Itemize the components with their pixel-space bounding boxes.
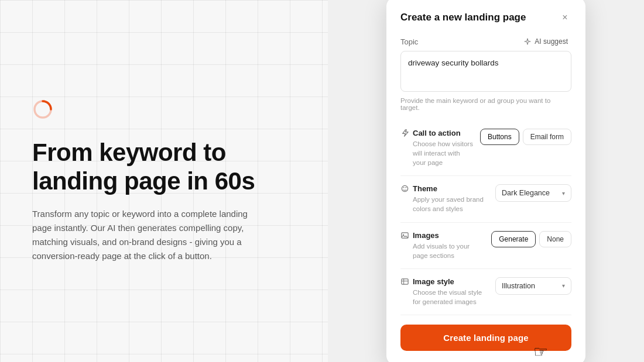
modal-title: Create a new landing page [400, 12, 526, 23]
hero-title: From keyword to landing page in 60s [32, 139, 296, 195]
left-panel: From keyword to landing page in 60s Tran… [0, 0, 328, 362]
images-desc: Add visuals to your page sections [400, 242, 484, 260]
modal: Create a new landing page × Topic AI sug… [386, 0, 585, 362]
images-section: Images Add visuals to your page sections… [400, 223, 571, 269]
svg-point-3 [405, 187, 406, 188]
keyword-input[interactable]: driveway security bollards [400, 51, 571, 92]
hero-description: Transform any topic or keyword into a co… [32, 207, 261, 263]
image-style-icon [400, 277, 409, 286]
theme-section: Theme Apply your saved brand colors and … [400, 176, 571, 222]
right-panel: Create a new landing page × Topic AI sug… [328, 0, 644, 362]
chevron-down-icon-2: ▾ [562, 282, 565, 289]
topic-row: Topic AI suggest [400, 36, 571, 47]
theme-desc: Apply your saved brand colors and styles [400, 195, 488, 213]
image-style-section: Image style Choose the visual style for … [400, 269, 571, 315]
create-landing-page-button[interactable]: Create landing page [400, 325, 571, 351]
images-title: Images [413, 231, 439, 240]
cta-desc: Choose how visitors will interact with y… [400, 139, 473, 167]
svg-rect-6 [402, 279, 408, 284]
cta-section: Call to action Choose how visitors will … [400, 120, 571, 176]
svg-point-2 [403, 187, 405, 188]
images-generate-btn[interactable]: Generate [491, 231, 536, 247]
create-btn-wrapper: Create landing page ☞ [400, 315, 571, 351]
cta-title: Call to action [413, 129, 461, 137]
cta-buttons-btn[interactable]: Buttons [480, 129, 519, 145]
images-none-btn[interactable]: None [539, 231, 571, 247]
cta-email-btn[interactable]: Email form [523, 129, 571, 145]
modal-header: Create a new landing page × [400, 11, 571, 24]
theme-icon [400, 184, 409, 193]
field-hint: Provide the main keyword or ad group you… [400, 97, 571, 111]
close-button[interactable]: × [559, 11, 571, 24]
chevron-down-icon: ▾ [562, 190, 565, 196]
ai-suggest-button[interactable]: AI suggest [520, 36, 571, 47]
image-style-dropdown[interactable]: Illustration ▾ [495, 277, 571, 295]
images-toggle-group: Generate None [491, 231, 571, 247]
image-style-title: Image style [413, 277, 454, 286]
image-style-desc: Choose the visual style for generated im… [400, 288, 488, 306]
images-icon [400, 231, 409, 240]
theme-dropdown[interactable]: Dark Elegance ▾ [495, 184, 571, 202]
sparkle-icon [523, 37, 532, 46]
topic-label: Topic [400, 37, 520, 46]
svg-point-5 [403, 234, 404, 235]
loading-spinner [32, 99, 53, 120]
cta-icon [400, 129, 409, 137]
cta-toggle-group: Buttons Email form [480, 129, 571, 145]
theme-title: Theme [413, 184, 437, 193]
